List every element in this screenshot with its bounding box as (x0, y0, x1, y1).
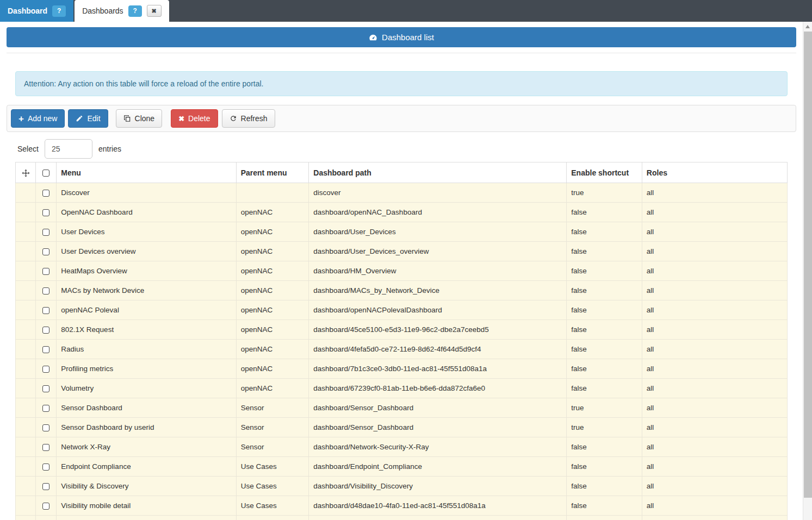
row-dashboard-path-cell: dashboard/Visibility_Discovery (309, 477, 567, 496)
row-enable-shortcut-cell: false (567, 320, 642, 340)
table-row[interactable]: Sensor Dashboard by userid Sensor dashbo… (16, 418, 788, 437)
row-dashboard-path-cell: dashboard/4fefa5d0-ce72-11e9-8d62-4f644d… (309, 340, 567, 359)
row-drag-cell (16, 379, 36, 398)
scrollbar-up-button[interactable] (803, 22, 812, 31)
table-row[interactable]: HeatMaps Overview openNAC dashboard/HM_O… (16, 261, 788, 281)
table-row[interactable]: Visibility mobile detail Use Cases dashb… (16, 496, 788, 516)
row-dashboard-path-cell: dashboard/67239cf0-81ab-11eb-b6e6-dda872… (309, 379, 567, 398)
table-row[interactable]: OpenNAC Dashboard openNAC dashboard/open… (16, 203, 788, 222)
table-row[interactable]: openNAC Poleval openNAC dashboard/openNA… (16, 300, 788, 320)
row-checkbox[interactable] (42, 483, 49, 490)
table-row[interactable]: Discover discover true all (16, 183, 788, 203)
row-enable-shortcut-cell: false (567, 379, 642, 398)
enable-shortcut-column-header[interactable]: Enable shortcut (567, 162, 642, 183)
row-checkbox[interactable] (42, 385, 49, 392)
table-row[interactable]: User Devices overview openNAC dashboard/… (16, 242, 788, 261)
table-row[interactable]: UNAC Dashboard Use Cases dashboard/UNAC_… (16, 516, 788, 520)
table-row[interactable]: MACs by Network Device openNAC dashboard… (16, 281, 788, 300)
table-row[interactable]: 802.1X Request openNAC dashboard/45ce510… (16, 320, 788, 340)
row-checkbox[interactable] (42, 268, 49, 275)
row-checkbox[interactable] (42, 503, 49, 510)
row-drag-cell (16, 320, 36, 340)
row-checkbox[interactable] (42, 327, 49, 334)
row-checkbox-cell (36, 379, 57, 398)
add-new-button[interactable]: + Add new (11, 109, 65, 128)
tab-dashboards[interactable]: Dashboards ? ✖ (75, 0, 169, 22)
row-dashboard-path-cell: dashboard/UNAC_Dashboard (309, 516, 567, 520)
table-row[interactable]: Visibility & Discovery Use Cases dashboa… (16, 477, 788, 496)
table-row[interactable]: Profiling metrics openNAC dashboard/7b1c… (16, 359, 788, 379)
row-menu-cell: Visibility mobile detail (57, 496, 236, 516)
refresh-button[interactable]: Refresh (222, 109, 275, 128)
row-menu-cell: HeatMaps Overview (57, 261, 236, 281)
vertical-scrollbar[interactable] (803, 22, 812, 520)
row-menu-cell: Visibility & Discovery (57, 477, 236, 496)
row-drag-cell (16, 203, 36, 222)
row-drag-cell (16, 457, 36, 477)
help-icon[interactable]: ? (52, 5, 66, 17)
row-checkbox-cell (36, 457, 57, 477)
row-roles-cell: all (642, 418, 787, 437)
row-checkbox-cell (36, 359, 57, 379)
entries-selector: Select entries (17, 139, 788, 159)
row-roles-cell: all (642, 183, 787, 203)
row-checkbox-cell (36, 242, 57, 261)
table-row[interactable]: User Devices openNAC dashboard/User_Devi… (16, 222, 788, 242)
row-drag-cell (16, 222, 36, 242)
move-icon (22, 169, 30, 177)
tab-dashboard[interactable]: Dashboard ? (0, 0, 73, 22)
row-checkbox[interactable] (42, 248, 49, 255)
row-checkbox[interactable] (42, 463, 49, 471)
row-dashboard-path-cell: dashboard/User_Devices (309, 222, 567, 242)
row-roles-cell: all (642, 261, 787, 281)
table-row[interactable]: Network X-Ray Sensor dashboard/Network-S… (16, 437, 788, 457)
table-row[interactable]: Radius openNAC dashboard/4fefa5d0-ce72-1… (16, 340, 788, 359)
table-row[interactable]: Volumetry openNAC dashboard/67239cf0-81a… (16, 379, 788, 398)
row-checkbox[interactable] (42, 405, 49, 412)
row-dashboard-path-cell: dashboard/d48dae10-4fa0-11ed-ac81-45f551… (309, 496, 567, 516)
row-parent-menu-cell: openNAC (236, 300, 309, 320)
scrollbar-thumb[interactable] (804, 32, 812, 498)
panel-title-text: Dashboard list (382, 33, 434, 42)
pencil-icon (76, 115, 83, 122)
row-enable-shortcut-cell: false (567, 457, 642, 477)
row-drag-cell (16, 261, 36, 281)
row-parent-menu-cell: Use Cases (236, 496, 309, 516)
row-checkbox[interactable] (42, 209, 49, 216)
row-enable-shortcut-cell: false (567, 242, 642, 261)
entries-count-input[interactable] (45, 139, 92, 159)
clone-button[interactable]: Clone (116, 109, 163, 128)
select-all-checkbox[interactable] (42, 170, 49, 177)
row-parent-menu-cell: openNAC (236, 320, 309, 340)
close-icon[interactable]: ✖ (147, 5, 162, 17)
row-checkbox[interactable] (42, 190, 49, 197)
row-parent-menu-cell: openNAC (236, 222, 309, 242)
row-checkbox[interactable] (42, 424, 49, 431)
drag-column-header[interactable] (16, 162, 36, 183)
row-enable-shortcut-cell: false (567, 203, 642, 222)
table-row[interactable]: Sensor Dashboard Sensor dashboard/Sensor… (16, 398, 788, 418)
row-enable-shortcut-cell: false (567, 222, 642, 242)
panel-header[interactable]: Dashboard list (7, 27, 796, 47)
dashboard-table: Menu Parent menu Dashboard path Enable s… (15, 162, 788, 520)
edit-button[interactable]: Edit (68, 109, 108, 128)
row-parent-menu-cell (236, 183, 309, 203)
row-drag-cell (16, 496, 36, 516)
row-dashboard-path-cell: dashboard/openNACPolevalDashboard (309, 300, 567, 320)
parent-menu-column-header[interactable]: Parent menu (236, 162, 309, 183)
menu-column-header[interactable]: Menu (57, 162, 236, 183)
row-roles-cell: all (642, 242, 787, 261)
dashboard-table-wrap: Menu Parent menu Dashboard path Enable s… (15, 162, 788, 520)
roles-column-header[interactable]: Roles (642, 162, 787, 183)
row-checkbox[interactable] (42, 229, 49, 236)
row-checkbox[interactable] (42, 346, 49, 353)
dashboard-path-column-header[interactable]: Dashboard path (309, 162, 567, 183)
row-checkbox[interactable] (42, 287, 49, 295)
table-row[interactable]: Endpoint Compliance Use Cases dashboard/… (16, 457, 788, 477)
row-checkbox[interactable] (42, 307, 49, 314)
row-drag-cell (16, 340, 36, 359)
row-checkbox[interactable] (42, 366, 49, 373)
help-icon[interactable]: ? (128, 5, 142, 17)
row-checkbox[interactable] (42, 444, 49, 451)
delete-button[interactable]: ✖ Delete (171, 109, 218, 128)
